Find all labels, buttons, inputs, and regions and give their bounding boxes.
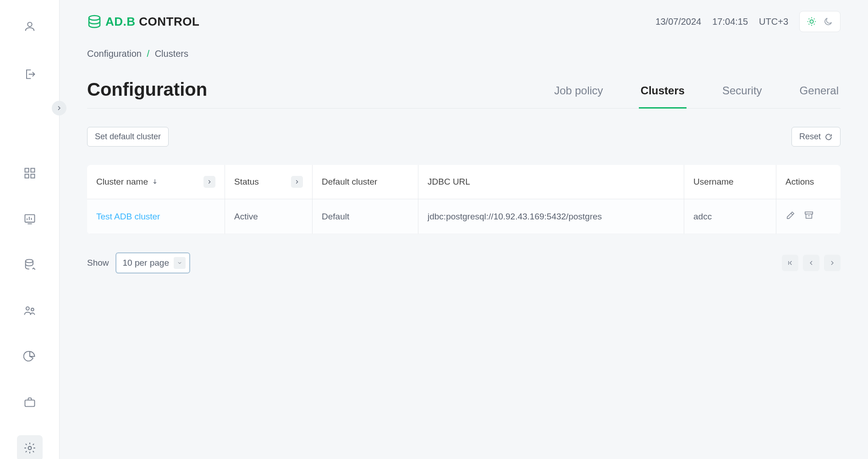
set-default-cluster-label: Set default cluster bbox=[95, 132, 161, 142]
actions-row: Set default cluster Reset bbox=[87, 127, 841, 147]
tab-security[interactable]: Security bbox=[720, 84, 764, 109]
topbar: AD.B CONTROL 13/07/2024 17:04:15 UTC+3 bbox=[87, 11, 841, 32]
per-page-value: 10 per page bbox=[123, 258, 169, 268]
logo-brand-rest: CONTROL bbox=[139, 15, 199, 28]
per-page: Show 10 per page bbox=[87, 252, 190, 273]
filter-name-icon[interactable] bbox=[203, 176, 215, 188]
th-username: Username bbox=[684, 166, 776, 198]
sidebar-logout[interactable] bbox=[17, 61, 43, 87]
pager-prev[interactable] bbox=[803, 255, 819, 271]
sidebar-database[interactable] bbox=[17, 252, 43, 278]
clusters-table: Cluster name Status Default cluster JDBC… bbox=[87, 165, 841, 234]
tabs: Job policy Clusters Security General bbox=[552, 84, 841, 108]
cluster-name-link[interactable]: Test ADB cluster bbox=[96, 212, 160, 222]
tab-job-policy[interactable]: Job policy bbox=[552, 84, 605, 109]
breadcrumb-sep: / bbox=[147, 49, 150, 59]
per-page-select[interactable]: 10 per page bbox=[115, 252, 190, 273]
archive-icon[interactable] bbox=[804, 210, 814, 223]
th-user-label: Username bbox=[693, 177, 734, 187]
pager-first[interactable] bbox=[782, 255, 798, 271]
sidebar-settings[interactable] bbox=[17, 435, 43, 459]
th-cluster-name[interactable]: Cluster name bbox=[87, 165, 225, 199]
svg-rect-5 bbox=[25, 215, 34, 222]
theme-light-button[interactable] bbox=[805, 15, 818, 28]
svg-rect-14 bbox=[805, 212, 813, 214]
per-page-label: Show bbox=[87, 258, 109, 268]
svg-point-12 bbox=[89, 16, 100, 20]
cell-status: Active bbox=[225, 201, 312, 233]
sort-down-icon bbox=[152, 177, 158, 187]
th-actions: Actions bbox=[776, 166, 841, 198]
header-tz: UTC+3 bbox=[759, 16, 788, 27]
set-default-cluster-button[interactable]: Set default cluster bbox=[87, 127, 169, 147]
th-status[interactable]: Status bbox=[225, 165, 312, 199]
th-default-label: Default cluster bbox=[322, 177, 377, 187]
svg-point-6 bbox=[25, 259, 33, 262]
sidebar-reports[interactable] bbox=[17, 344, 43, 369]
refresh-icon bbox=[824, 133, 833, 141]
tab-clusters[interactable]: Clusters bbox=[639, 84, 687, 109]
page-head: Configuration Job policy Clusters Securi… bbox=[87, 79, 841, 109]
sidebar-jobs[interactable] bbox=[17, 389, 43, 415]
pager bbox=[782, 255, 841, 271]
sidebar-expand-toggle[interactable] bbox=[52, 101, 66, 115]
theme-toggle bbox=[799, 11, 841, 32]
cell-username: adcc bbox=[684, 201, 776, 233]
filter-status-icon[interactable] bbox=[291, 176, 303, 188]
cell-jdbc-url: jdbc:postgresql://10.92.43.169:5432/post… bbox=[418, 201, 684, 233]
table-header: Cluster name Status Default cluster JDBC… bbox=[87, 165, 841, 199]
reset-button-label: Reset bbox=[799, 132, 821, 142]
svg-rect-2 bbox=[31, 169, 34, 172]
reset-button[interactable]: Reset bbox=[791, 127, 841, 147]
logo: AD.B CONTROL bbox=[87, 15, 199, 29]
svg-point-10 bbox=[28, 447, 31, 450]
topbar-right: 13/07/2024 17:04:15 UTC+3 bbox=[655, 11, 841, 32]
table-footer: Show 10 per page bbox=[87, 252, 841, 273]
th-status-label: Status bbox=[234, 177, 259, 187]
chevron-down-icon bbox=[174, 257, 186, 269]
sidebar bbox=[0, 0, 60, 459]
th-default-cluster: Default cluster bbox=[313, 166, 418, 198]
sidebar-dashboard[interactable] bbox=[17, 160, 43, 186]
table-row: Test ADB cluster Active Default jdbc:pos… bbox=[87, 199, 841, 234]
svg-point-0 bbox=[27, 22, 32, 27]
tab-general[interactable]: General bbox=[798, 84, 841, 109]
cell-default: Default bbox=[313, 201, 418, 233]
svg-point-7 bbox=[26, 307, 29, 310]
svg-point-13 bbox=[810, 20, 813, 23]
svg-rect-9 bbox=[25, 400, 34, 406]
sidebar-users[interactable] bbox=[17, 298, 43, 323]
theme-dark-button[interactable] bbox=[822, 15, 835, 28]
edit-icon[interactable] bbox=[786, 210, 796, 223]
pager-next[interactable] bbox=[824, 255, 841, 271]
header-date: 13/07/2024 bbox=[655, 16, 701, 27]
th-cluster-name-label: Cluster name bbox=[96, 177, 148, 187]
svg-rect-3 bbox=[25, 174, 28, 178]
logo-icon bbox=[87, 15, 102, 28]
page-title: Configuration bbox=[87, 79, 207, 108]
breadcrumb: Configuration / Clusters bbox=[87, 49, 841, 59]
logo-brand-green: AD.B bbox=[105, 15, 136, 28]
sidebar-monitoring[interactable] bbox=[17, 206, 43, 232]
sidebar-account[interactable] bbox=[17, 14, 43, 39]
th-jdbc-url: JDBC URL bbox=[418, 166, 684, 198]
th-actions-label: Actions bbox=[786, 177, 814, 187]
breadcrumb-root[interactable]: Configuration bbox=[87, 49, 142, 59]
svg-rect-1 bbox=[25, 169, 28, 172]
svg-rect-4 bbox=[31, 174, 34, 178]
main-content: AD.B CONTROL 13/07/2024 17:04:15 UTC+3 C… bbox=[60, 0, 868, 459]
th-url-label: JDBC URL bbox=[428, 177, 470, 187]
svg-point-8 bbox=[31, 308, 33, 311]
breadcrumb-leaf: Clusters bbox=[155, 49, 188, 59]
header-time: 17:04:15 bbox=[712, 16, 748, 27]
